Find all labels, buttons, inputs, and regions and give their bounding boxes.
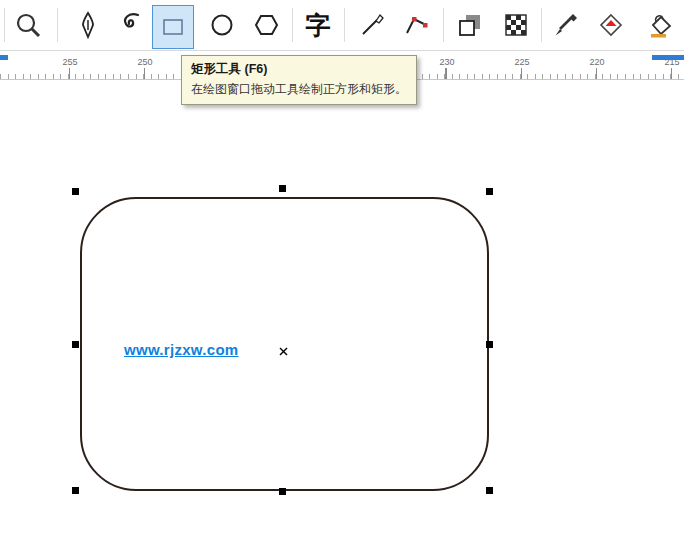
selection-handle-middle-right[interactable] (486, 341, 493, 348)
selection-handle-top-right[interactable] (486, 188, 493, 195)
toolbar-separator (443, 8, 444, 42)
toolbar-separator (4, 8, 5, 42)
ruler-number: 220 (589, 57, 604, 67)
polygon-tool-button[interactable] (247, 6, 285, 44)
toolbar-separator (541, 8, 542, 42)
selection-handle-top-middle[interactable] (279, 185, 286, 192)
ruler-page-indicator-left (0, 55, 8, 60)
zoom-tool-button[interactable] (9, 6, 47, 44)
pen-tool-button[interactable] (69, 6, 107, 44)
paint-bucket-icon (646, 10, 676, 40)
rectangle-icon (158, 12, 188, 42)
bezier-curve-tool-button[interactable] (112, 6, 150, 44)
text-tool-icon: 字 (306, 7, 331, 43)
transparency-tool-button[interactable] (497, 6, 535, 44)
selection-center-marker[interactable] (279, 342, 288, 351)
selection-handle-bottom-middle[interactable] (279, 488, 286, 495)
ellipse-tool-button[interactable] (203, 6, 241, 44)
ruler-page-indicator-right (652, 55, 684, 60)
selection-handle-top-left[interactable] (72, 188, 79, 195)
rectangle-tool-button[interactable] (152, 5, 194, 49)
curve-hook-icon (116, 10, 146, 40)
ruler-number: 230 (439, 57, 454, 67)
zoom-icon (13, 10, 43, 40)
app-window: 字 255 250 245 240 235 (0, 0, 684, 541)
eyedropper-tool-button[interactable] (547, 6, 585, 44)
ruler-number: 225 (514, 57, 529, 67)
polyline-icon (401, 10, 431, 40)
ruler-number: 255 (62, 57, 77, 67)
drop-shadow-tool-button[interactable] (451, 6, 489, 44)
polyline-tool-button[interactable] (397, 6, 435, 44)
selection-handle-bottom-left[interactable] (72, 487, 79, 494)
fill-tool-button[interactable] (642, 6, 680, 44)
selection-handle-bottom-right[interactable] (486, 487, 493, 494)
tooltip-title: 矩形工具 (F6) (191, 61, 407, 78)
smart-fill-icon (596, 10, 626, 40)
line-tool-button[interactable] (352, 6, 390, 44)
toolbar-separator (292, 8, 293, 42)
toolbar-separator (57, 8, 58, 42)
text-tool-button[interactable]: 字 (299, 6, 337, 44)
eyedropper-icon (551, 10, 581, 40)
overlapping-squares-icon (455, 10, 485, 40)
ellipse-icon (207, 10, 237, 40)
selection-handle-middle-left[interactable] (72, 341, 79, 348)
toolbar-separator (344, 8, 345, 42)
polygon-icon (251, 10, 281, 40)
ruler-number: 250 (137, 57, 152, 67)
straight-line-icon (356, 10, 386, 40)
pen-nib-icon (73, 10, 103, 40)
toolbox-toolbar: 字 (0, 0, 684, 51)
checkerboard-icon (501, 10, 531, 40)
tooltip-description: 在绘图窗口拖动工具绘制正方形和矩形。 (191, 81, 407, 98)
smart-fill-tool-button[interactable] (592, 6, 630, 44)
tool-tooltip: 矩形工具 (F6) 在绘图窗口拖动工具绘制正方形和矩形。 (181, 55, 417, 105)
